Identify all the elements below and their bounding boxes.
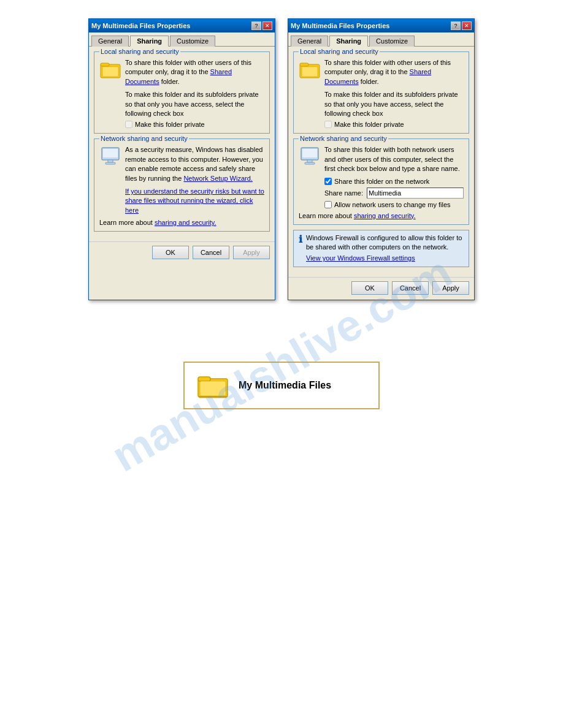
- dialog-right: My Multimedia Files Properties ? ✕ Gener…: [288, 18, 475, 300]
- dialog-left-title: My Multimedia Files Properties: [91, 22, 190, 29]
- folder-icon-right: [299, 58, 321, 80]
- dialog-right-footer: OK Cancel Apply: [288, 277, 474, 300]
- network-wizard-link-left[interactable]: Network Setup Wizard.: [183, 175, 252, 182]
- private-checkbox-row-left: Make this folder private: [125, 121, 264, 128]
- shared-docs-link-left[interactable]: Shared Documents: [125, 68, 232, 85]
- svg-rect-17: [199, 396, 227, 398]
- make-private-label-right: Make this folder private: [334, 121, 404, 128]
- tab-general-left[interactable]: General: [91, 36, 129, 47]
- dialog-right-titlebar: My Multimedia Files Properties ? ✕: [288, 19, 474, 32]
- share-network-checkbox[interactable]: [324, 178, 332, 185]
- tab-customize-left[interactable]: Customize: [170, 36, 215, 47]
- share-name-row: Share name:: [324, 188, 464, 199]
- cancel-button-left[interactable]: Cancel: [193, 246, 229, 259]
- allow-change-checkbox[interactable]: [324, 201, 332, 208]
- info-icon: ℹ: [299, 233, 302, 245]
- share-network-checkbox-row: Share this folder on the network: [324, 178, 464, 185]
- folder-icon-left: [99, 58, 121, 80]
- local-sharing-content-right: To share this folder with other users of…: [299, 58, 464, 128]
- close-button-right[interactable]: ✕: [462, 21, 472, 30]
- local-sharing-section-right: Local sharing and security To share th: [293, 51, 469, 134]
- make-private-checkbox-right[interactable]: [324, 121, 332, 128]
- dialogs-row: My Multimedia Files Properties ? ✕ Gener…: [88, 18, 475, 300]
- help-button-right[interactable]: ?: [451, 21, 461, 30]
- dialog-right-content: Local sharing and security To share th: [288, 47, 474, 277]
- svg-rect-2: [102, 67, 118, 77]
- sharing-security-link-left[interactable]: sharing and security.: [155, 219, 216, 226]
- share-name-label: Share name:: [324, 189, 363, 197]
- local-sharing-section-left: Local sharing and security To share th: [94, 51, 270, 134]
- help-button-left[interactable]: ?: [251, 21, 261, 30]
- network-sharing-section-right: Network sharing and security: [293, 138, 469, 224]
- network-sharing-label-left: Network sharing and security: [99, 135, 189, 142]
- local-sharing-label-left: Local sharing and security: [99, 48, 180, 55]
- dialog-left-content: Local sharing and security To share th: [89, 47, 275, 241]
- network-sharing-label-right: Network sharing and security: [299, 135, 388, 142]
- tabs-right: General Sharing Customize: [288, 32, 474, 47]
- ok-button-left[interactable]: OK: [152, 246, 189, 259]
- tab-sharing-right[interactable]: Sharing: [329, 36, 368, 47]
- tab-customize-right[interactable]: Customize: [369, 36, 415, 47]
- share-network-label: Share this folder on the network: [334, 178, 429, 185]
- allow-change-checkbox-row: Allow network users to change my files: [324, 201, 464, 208]
- network-text-left: As a security measure, Windows has disab…: [125, 145, 264, 215]
- private-checkbox-row-right: Make this folder private: [324, 121, 464, 128]
- network-sharing-content-right: To share this folder with both network u…: [299, 145, 464, 208]
- svg-rect-5: [108, 160, 113, 162]
- firewall-text: Windows Firewall is configured to allow …: [306, 233, 464, 264]
- make-private-checkbox-left[interactable]: [125, 121, 132, 128]
- svg-rect-12: [307, 160, 312, 162]
- dialog-left-footer: OK Cancel Apply: [89, 241, 275, 264]
- svg-rect-6: [105, 162, 115, 164]
- sharing-security-link-right[interactable]: sharing and security.: [354, 212, 416, 219]
- dialog-left-titlebar: My Multimedia Files Properties ? ✕: [89, 19, 275, 32]
- network-sharing-content-left: As a security measure, Windows has disab…: [99, 145, 264, 215]
- network-icon-left: [99, 145, 121, 167]
- make-private-label-left: Make this folder private: [135, 121, 205, 128]
- page: manualshlive.com My Multimedia Files Pro…: [0, 0, 563, 428]
- dialog-right-title: My Multimedia Files Properties: [291, 22, 389, 29]
- apply-button-left[interactable]: Apply: [233, 246, 270, 259]
- firewall-notice: ℹ Windows Firewall is configured to allo…: [293, 230, 469, 267]
- folder-display-icon: [197, 370, 229, 401]
- ok-button-right[interactable]: OK: [351, 281, 388, 295]
- svg-rect-11: [302, 149, 317, 157]
- firewall-settings-link[interactable]: View your Windows Firewall settings: [306, 254, 415, 262]
- svg-rect-13: [305, 162, 315, 164]
- local-sharing-content-left: To share this folder with other users of…: [99, 58, 264, 128]
- network-text-right: To share this folder with both network u…: [324, 145, 464, 208]
- svg-rect-9: [302, 67, 318, 77]
- titlebar-buttons-left: ? ✕: [251, 21, 272, 30]
- svg-rect-16: [200, 381, 226, 396]
- security-risks-link-left[interactable]: If you understand the security risks but…: [125, 188, 264, 214]
- learn-more-left: Learn more about sharing and security.: [99, 219, 264, 226]
- dialog-left: My Multimedia Files Properties ? ✕ Gener…: [88, 18, 275, 300]
- svg-rect-1: [101, 63, 109, 66]
- network-icon-right: [299, 145, 321, 167]
- shared-docs-link-right[interactable]: Shared Documents: [324, 68, 431, 85]
- cancel-button-right[interactable]: Cancel: [392, 281, 429, 295]
- svg-rect-15: [198, 377, 210, 381]
- close-button-left[interactable]: ✕: [262, 21, 272, 30]
- local-sharing-text-right: To share this folder with other users of…: [324, 58, 464, 128]
- learn-more-right: Learn more about sharing and security.: [299, 212, 464, 219]
- local-sharing-label-right: Local sharing and security: [299, 48, 380, 55]
- local-sharing-text-left: To share this folder with other users of…: [125, 58, 264, 128]
- svg-rect-4: [103, 149, 118, 157]
- tab-general-right[interactable]: General: [291, 36, 328, 47]
- titlebar-buttons-right: ? ✕: [451, 21, 472, 30]
- apply-button-right[interactable]: Apply: [432, 281, 469, 295]
- allow-change-label: Allow network users to change my files: [334, 201, 451, 208]
- share-name-input[interactable]: [367, 188, 464, 199]
- tab-sharing-left[interactable]: Sharing: [130, 36, 169, 47]
- folder-display: My Multimedia Files: [183, 362, 380, 409]
- svg-rect-8: [300, 63, 308, 66]
- folder-display-name: My Multimedia Files: [239, 380, 331, 391]
- tabs-left: General Sharing Customize: [89, 32, 275, 47]
- network-sharing-section-left: Network sharing and security: [94, 138, 270, 232]
